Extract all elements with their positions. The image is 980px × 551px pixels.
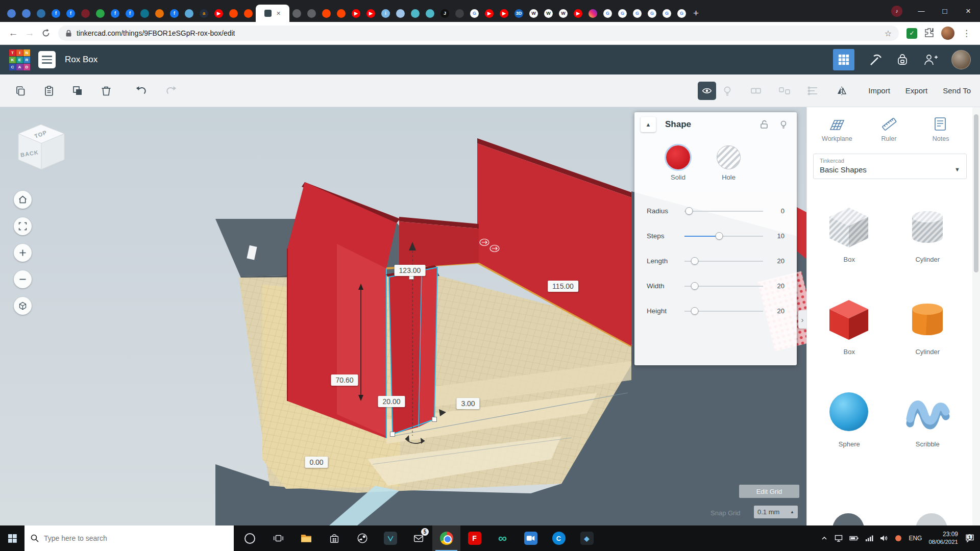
scrollbar-thumb[interactable] bbox=[974, 114, 978, 272]
tab-close-icon[interactable]: × bbox=[276, 10, 280, 17]
redo-button[interactable] bbox=[159, 80, 182, 102]
taskbar-clock[interactable]: 23:09 08/06/2021 bbox=[928, 531, 958, 545]
dimension-label[interactable]: 20.00 bbox=[378, 396, 405, 407]
pinned-tab[interactable] bbox=[78, 5, 93, 22]
pinned-tab[interactable]: J bbox=[437, 5, 452, 22]
pinned-tab[interactable] bbox=[152, 5, 167, 22]
pinned-tab[interactable]: G bbox=[600, 5, 615, 22]
zoom-out-button[interactable] bbox=[14, 270, 32, 288]
dimension-label[interactable]: 115.00 bbox=[548, 281, 578, 292]
taskbar-app-diamond[interactable]: ◆ bbox=[573, 525, 601, 551]
pinned-tab[interactable] bbox=[393, 5, 408, 22]
pinned-tab[interactable]: ▶ bbox=[497, 5, 511, 22]
pinned-tab[interactable]: G bbox=[645, 5, 659, 22]
pinned-tab[interactable] bbox=[304, 5, 319, 22]
tray-expand-icon[interactable] bbox=[821, 535, 828, 542]
url-bar[interactable]: tinkercad.com/things/9FBOR1eSGpR-rox-box… bbox=[58, 26, 899, 41]
pinned-tab[interactable]: 3D bbox=[511, 5, 526, 22]
pinned-tab[interactable] bbox=[319, 5, 334, 22]
pinned-tab[interactable]: G bbox=[630, 5, 645, 22]
pinned-tab[interactable] bbox=[423, 5, 437, 22]
pinned-tab[interactable]: f bbox=[122, 5, 137, 22]
active-tab[interactable]: × bbox=[256, 5, 289, 22]
pinned-tab[interactable] bbox=[408, 5, 423, 22]
pinned-tab[interactable]: i bbox=[378, 5, 393, 22]
import-button[interactable]: Import bbox=[868, 86, 890, 95]
hole-option[interactable]: Hole bbox=[717, 141, 741, 181]
invite-person-icon[interactable] bbox=[923, 53, 938, 67]
taskbar-app-steam[interactable] bbox=[348, 525, 376, 551]
pinned-tab[interactable] bbox=[4, 5, 19, 22]
pinned-tab[interactable] bbox=[585, 5, 600, 22]
zoom-in-button[interactable] bbox=[14, 244, 32, 262]
tray-app-icon[interactable] bbox=[895, 535, 902, 542]
dimension-label[interactable]: 123.00 bbox=[395, 265, 426, 276]
media-controls-icon[interactable]: ♪ bbox=[891, 6, 902, 17]
shape-scribble[interactable]: Scribble bbox=[889, 387, 967, 448]
taskbar-app-camera[interactable] bbox=[517, 525, 545, 551]
export-button[interactable]: Export bbox=[905, 86, 927, 95]
home-view-button[interactable] bbox=[14, 191, 32, 209]
taskbar-app-chrome[interactable] bbox=[432, 525, 460, 551]
copy-button[interactable] bbox=[9, 80, 32, 102]
slider-handle[interactable] bbox=[715, 232, 723, 240]
shape-cylinder-hole[interactable]: Cylinder bbox=[889, 203, 967, 263]
extensions-puzzle-icon[interactable] bbox=[924, 28, 934, 39]
refresh-button[interactable] bbox=[38, 25, 54, 41]
minecraft-pickaxe-icon[interactable] bbox=[868, 53, 882, 67]
ungroup-button[interactable] bbox=[773, 80, 796, 102]
taskbar-app-mail[interactable]: 5 bbox=[404, 525, 432, 551]
taskbar-app-f1[interactable]: F bbox=[460, 525, 488, 551]
light-button[interactable] bbox=[716, 80, 739, 102]
ruler-tool[interactable]: Ruler bbox=[863, 115, 915, 142]
shape-sphere[interactable]: Sphere bbox=[810, 387, 889, 448]
pinned-tab[interactable]: W bbox=[556, 5, 571, 22]
red-wall-back[interactable] bbox=[399, 217, 479, 268]
pinned-tab[interactable]: f bbox=[108, 5, 122, 22]
mirror-button[interactable] bbox=[830, 80, 853, 102]
taskbar-app-store[interactable] bbox=[320, 525, 348, 551]
sidebar-scrollbar[interactable] bbox=[972, 107, 980, 525]
search-input[interactable] bbox=[44, 534, 207, 542]
paste-button[interactable] bbox=[38, 80, 60, 102]
pinned-tab[interactable] bbox=[93, 5, 108, 22]
notification-center-button[interactable]: 1 bbox=[965, 534, 975, 543]
wifi-icon[interactable] bbox=[865, 535, 873, 542]
browser-menu-icon[interactable]: ⋮ bbox=[962, 28, 971, 39]
sidebar-collapse-handle[interactable]: › bbox=[798, 310, 806, 329]
notes-tool[interactable]: Notes bbox=[915, 115, 967, 142]
shape-library-dropdown[interactable]: Tinkercad Basic Shapes ▼ bbox=[813, 154, 967, 179]
panel-collapse-button[interactable]: ▲ bbox=[641, 117, 656, 132]
pinned-tab[interactable]: ▶ bbox=[482, 5, 497, 22]
user-avatar[interactable] bbox=[951, 50, 971, 69]
bookmark-star-icon[interactable]: ☆ bbox=[885, 29, 892, 38]
dimension-label[interactable]: 70.60 bbox=[331, 374, 358, 386]
shape-box-solid[interactable]: Box bbox=[810, 295, 889, 356]
battery-icon[interactable] bbox=[849, 535, 859, 542]
align-button[interactable] bbox=[802, 80, 824, 102]
pinned-tab[interactable]: G bbox=[615, 5, 630, 22]
slider-handle[interactable] bbox=[691, 257, 699, 265]
display-icon[interactable] bbox=[835, 534, 843, 542]
window-maximize-button[interactable]: □ bbox=[933, 0, 957, 22]
workplane-tool[interactable]: Workplane bbox=[811, 115, 863, 142]
backpack-icon[interactable] bbox=[895, 53, 910, 67]
dimension-label[interactable]: 3.00 bbox=[456, 398, 479, 409]
taskbar-app-dark[interactable] bbox=[376, 525, 404, 551]
window-minimize-button[interactable]: — bbox=[910, 0, 933, 22]
pinned-tab[interactable] bbox=[452, 5, 467, 22]
solid-option[interactable]: Solid bbox=[666, 141, 690, 181]
pinned-tab[interactable] bbox=[137, 5, 152, 22]
taskbar-app-file-explorer[interactable] bbox=[292, 525, 320, 551]
pinned-tab[interactable]: W bbox=[541, 5, 556, 22]
pinned-tab[interactable]: ▶ bbox=[571, 5, 585, 22]
pinned-tab[interactable]: ▶ bbox=[349, 5, 363, 22]
send-to-button[interactable]: Send To bbox=[943, 86, 971, 95]
pinned-tab[interactable]: ▶ bbox=[363, 5, 378, 22]
browser-profile-avatar[interactable] bbox=[941, 27, 954, 40]
show-all-button[interactable] bbox=[698, 82, 716, 100]
bulb-icon[interactable] bbox=[778, 119, 789, 130]
taskbar-search[interactable] bbox=[24, 525, 234, 551]
slider-handle[interactable] bbox=[691, 307, 699, 315]
tinkercad-logo[interactable]: T I N K E R C A D bbox=[9, 49, 30, 70]
